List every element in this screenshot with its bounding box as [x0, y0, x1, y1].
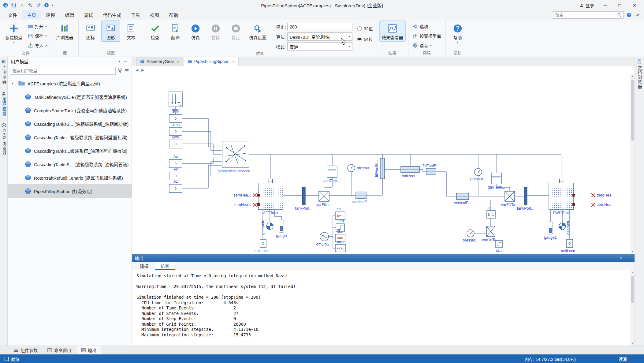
close-tab-icon[interactable]: ×	[232, 59, 235, 64]
component-gasTank-1[interactable]: gasTank...	[323, 166, 341, 183]
minimize-button[interactable]: ─	[598, 1, 612, 10]
check-button[interactable]: 检查	[146, 21, 165, 42]
nav-back-icon[interactable]: ◀	[136, 68, 138, 72]
component-nullLoca-2[interactable]: nullLoca...	[561, 239, 579, 253]
view-text-button[interactable]: 文本	[121, 21, 140, 42]
output-tab-simulation[interactable]: 仿真	[155, 262, 175, 270]
component-pressur-3[interactable]: pressur...	[463, 230, 478, 242]
output-panel-header[interactable]: 输出 ▾ ─	[132, 254, 635, 262]
component-portsq-fwd-1[interactable]	[572, 194, 575, 196]
component-tankPort-2[interactable]: tankPort...	[517, 187, 534, 211]
dock-tab-library-browser[interactable]: 库浏览器	[1, 59, 7, 84]
tree-item-rotorcraftrefuel[interactable]: RotorcraftRefueli...enario (旋翼飞机加油系统)	[8, 171, 132, 184]
component-pressur-1[interactable]: pressur...	[348, 164, 372, 172]
tree-item-complexshapetank[interactable]: ComplexShapeTank (变姿态与加速度油箱系统)	[8, 103, 132, 117]
menu-item-edit[interactable]: 编辑	[60, 10, 79, 19]
simulation-settings-button[interactable]: 仿真设置	[247, 21, 269, 42]
panel-minimize-icon[interactable]: ─	[624, 256, 631, 260]
radio-64bit[interactable]: 64位	[357, 36, 373, 42]
menu-item-codegen[interactable]: 代码生成	[98, 10, 126, 19]
component-verticalP-1[interactable]: verticalP...	[352, 192, 370, 204]
expander-icon[interactable]: ▾	[12, 81, 16, 85]
component-zeroHea-4[interactable]: zeroHea...	[591, 203, 615, 207]
component-qmLiqS[interactable]: qmLiqS...	[316, 232, 333, 246]
tree-root-acfexamples[interactable]: ▾ ACFExamples (航空燃油库典型示例)	[8, 77, 132, 90]
nav-forward-icon[interactable]: ▶	[141, 68, 144, 72]
component-pitch[interactable]: 0pitch	[169, 123, 182, 136]
search-icon[interactable]	[617, 13, 621, 17]
menu-item-file[interactable]: 文件	[3, 10, 22, 19]
bottom-tab-component-params[interactable]: 组件参数	[9, 346, 42, 354]
component-Ay[interactable]: 0Ay	[169, 167, 182, 180]
panel-menu-icon[interactable]: ▾	[618, 256, 624, 260]
tree-item-cascadingtanks-flap[interactable]: CascadingTanks...级联系统_油箱间壁面翻板阀)	[8, 144, 132, 157]
radio-32bit[interactable]: 32位	[357, 25, 373, 32]
scroll-down-icon[interactable]: ▼	[630, 341, 635, 346]
redo-icon[interactable]	[36, 2, 41, 8]
model-search-input[interactable]	[10, 67, 116, 75]
component-co-1[interactable]: k=1co...	[335, 207, 345, 219]
diagram-canvas[interactable]: ggrav0roll0pitch0yaw0Ax0Ay0AzsimpleAttit…	[132, 74, 635, 254]
save-icon[interactable]	[11, 2, 17, 8]
export-icon[interactable]	[19, 2, 25, 8]
component-gauge1[interactable]: gauge1	[544, 222, 557, 240]
ribbon-help-icon[interactable]	[626, 12, 632, 18]
view-diagram-button[interactable]: 图形	[101, 21, 120, 42]
close-button[interactable]: ×	[628, 1, 641, 10]
quick-access-chevron-icon[interactable]: ▾	[52, 3, 54, 7]
result-viewer-button[interactable]: 结果查看器	[379, 21, 406, 42]
filter-button[interactable]	[117, 68, 122, 73]
algorithm-select[interactable]: Dassl (BDF,变阶,刚性) ▾	[287, 32, 352, 41]
scroll-up-icon[interactable]: ▲	[630, 74, 635, 78]
tree-item-cascadingtanks-hole[interactable]: CascadingTanks...箱级联系统_油箱间壁面孔洞)	[8, 130, 132, 144]
component-AFTTank[interactable]: AFTTank	[258, 179, 283, 215]
mode-select[interactable]: 普通 ▾	[287, 42, 352, 51]
help-button[interactable]: 帮助 ▾	[448, 21, 467, 45]
component-Az[interactable]: 0Az	[169, 179, 182, 193]
component-varFillTa[interactable]: varFillTa...	[501, 191, 519, 207]
new-model-button[interactable]: 新建模型 ▾	[3, 21, 25, 45]
scrollbar-thumb[interactable]	[631, 276, 634, 303]
component-gasTank-2[interactable]: gasTank...	[488, 173, 505, 189]
undo-icon[interactable]	[28, 2, 33, 8]
console-vertical-scrollbar[interactable]: ▲ ▼	[630, 270, 635, 346]
menu-item-modeling[interactable]: 建模	[41, 10, 60, 19]
dock-tab-cad-browser[interactable]: CAD 浏览器	[1, 123, 7, 156]
component-tankPort-1[interactable]: tankPort...	[295, 187, 313, 211]
component-nullLoca-1[interactable]: nullLoca...	[255, 239, 272, 253]
component-co-3[interactable]: k=1co...	[487, 206, 495, 218]
stop-button[interactable]: 停止	[226, 21, 245, 42]
translate-button[interactable]: 翻译	[166, 21, 185, 42]
component-portsq-aft-1[interactable]	[257, 194, 260, 196]
dock-tab-user-models[interactable]: 用户模型	[1, 91, 7, 116]
options-button[interactable]: 选项	[411, 22, 443, 30]
scroll-down-icon[interactable]: ▼	[630, 250, 635, 254]
component-portsq-fwd-2[interactable]	[572, 203, 575, 206]
component-simpleAttitudeAcce[interactable]: simpleAttitudeAcce...	[218, 141, 254, 173]
component-Ax[interactable]: 0Ax	[169, 155, 182, 168]
canvas-vertical-scrollbar[interactable]: ▲ ▼	[630, 74, 635, 254]
set-model-library-button[interactable]: 设置模型库	[411, 32, 443, 40]
output-tab-modeling[interactable]: 建模	[134, 262, 154, 270]
stop-time-input[interactable]	[287, 23, 352, 31]
component-zeroHea-2[interactable]: zeroHea...	[233, 203, 257, 207]
collapse-all-button[interactable]	[124, 68, 129, 73]
component-st-2[interactable]: st...	[495, 241, 503, 253]
tree-item-tankdefined[interactable]: TankDefinedBySi...e (定姿态无加速度油箱系统)	[8, 90, 132, 103]
save-button[interactable]: 保存 ▾	[26, 32, 49, 40]
component-verticalP-2[interactable]: verticalP...	[454, 193, 471, 205]
tree-item-cascadingtanks-pipe[interactable]: CascadingTanksS... (油箱级联系统_油箱间管道)	[8, 157, 132, 171]
simulation-console[interactable]: Simulation started at Time = 0 using int…	[132, 270, 635, 346]
bottom-tab-command-window[interactable]: 命令窗口	[43, 346, 76, 354]
panel-menu-icon[interactable]: ▾	[117, 59, 122, 63]
component-portsq-aft-2[interactable]	[257, 203, 260, 206]
simulate-button[interactable]: 仿真	[186, 21, 205, 42]
component-pressur-2[interactable]: pressur...	[470, 168, 486, 181]
open-button[interactable]: 打开 ▾	[26, 22, 49, 30]
login-button[interactable]: 登录	[576, 2, 597, 8]
component-grav[interactable]: ggrav	[169, 92, 182, 112]
language-button[interactable]: 语言 ▾	[411, 41, 443, 49]
menu-item-home[interactable]: 主页	[22, 10, 41, 19]
pause-button[interactable]: 暂停	[206, 21, 225, 42]
panel-minimize-icon[interactable]: ─	[122, 59, 128, 63]
